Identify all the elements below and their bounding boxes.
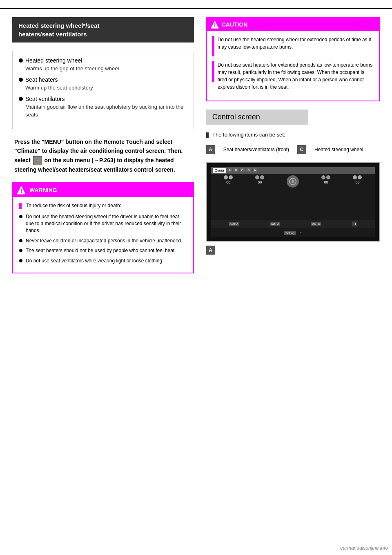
warning-item-4: Do not use seat ventilators while wearin… (19, 257, 187, 264)
warning-text-2: Never leave children or incapacitated pe… (26, 237, 183, 244)
caution-label: CAUTION (222, 21, 248, 28)
icon-row-1 (224, 175, 233, 179)
feature-item-3: Seat ventilators Maintain good air flow … (19, 96, 187, 118)
screen-label-b1: B (234, 168, 238, 172)
bullet-dot-1 (19, 58, 23, 63)
label-c-desc: Heated steering wheel (314, 147, 363, 152)
caution-header: ! CAUTION (207, 18, 379, 31)
auto-btn-mid: AUTO (270, 222, 280, 226)
page-container: Heated steering wheel*/seat heaters/seat… (0, 0, 392, 555)
climate-tab: Clima (213, 168, 226, 173)
bullet-dot-2 (19, 78, 23, 82)
warning-item-2: Never leave children or incapacitated pe… (19, 237, 187, 244)
feature-desc-2: Warm up the seat upholstery (25, 84, 187, 92)
warning-box-left: ! WARNING To reduce the risk of serious … (12, 182, 194, 273)
desc-bar-icon (206, 132, 209, 138)
sc-icon-8 (358, 175, 362, 179)
feature-desc-3: Maintain good air flow on the seat uphol… (25, 103, 187, 118)
warning-item-1: Do not use the heated steering wheel if … (19, 213, 187, 234)
feature-name-2: Seat heaters (25, 76, 58, 83)
climate-header-row: Clima A B C B A (211, 167, 375, 174)
icon-row-4 (353, 175, 362, 179)
sc-icon-3 (255, 175, 259, 179)
label-c: C (297, 145, 306, 154)
icon-row-3 (321, 175, 330, 179)
screen-label-a2: A (253, 168, 257, 172)
warning-intro-text: To reduce the risk of serious injury or … (19, 202, 187, 209)
main-content: Heated steering wheel*/seat heaters/seat… (0, 17, 392, 282)
caution-section-2: Do not use seat heaters for extended per… (212, 61, 374, 91)
caution-triangle-icon: ! (210, 20, 219, 29)
feature-item-1: Heated steering wheel Warms up the grip … (19, 57, 187, 72)
screen-col-right: 00 (353, 175, 362, 219)
label-a: A (206, 145, 215, 154)
screen-label-c1: C (240, 168, 245, 172)
svg-point-5 (292, 180, 294, 183)
setting-row: Setting E (211, 228, 375, 237)
ac-labels-row: A Seat heaters/ventilators (front) C Hea… (206, 145, 380, 154)
watermark-text: carmanualsonline.info (340, 545, 388, 551)
sc-num-3: 00 (324, 180, 328, 184)
screen-image-inner: Clima A B C B A (211, 167, 375, 237)
screen-bottom-row: AUTO AUTO AUTO D (211, 220, 375, 228)
screen-label-a1: A (227, 168, 232, 172)
sc-icon-5 (321, 175, 325, 179)
warning-bullet-3 (19, 249, 22, 252)
caution-pink-bar-2 (212, 61, 214, 82)
feature-title-3: Seat ventilators (19, 96, 187, 102)
sc-icon-7 (353, 175, 357, 179)
feature-title-1: Heated steering wheel (19, 57, 187, 64)
steering-wheel-icon (287, 175, 299, 188)
sc-icon-2 (229, 175, 233, 179)
feature-desc-1: Warms up the grip of the steering wheel (25, 65, 187, 72)
sc-num-2: 00 (258, 180, 262, 184)
svg-text:!: ! (20, 188, 22, 194)
warning-bullet-4 (19, 259, 22, 262)
icon-row-2 (255, 175, 264, 179)
screen-col-midleft: 00 (255, 175, 264, 219)
feature-name-3: Seat ventilators (25, 96, 65, 102)
left-column: Heated steering wheel*/seat heaters/seat… (12, 17, 202, 282)
sc-icon-4 (260, 175, 264, 179)
section-heading: Heated steering wheel*/seat heaters/seat… (12, 17, 194, 43)
caution-text-2: Do not use seat heaters for extended per… (218, 61, 374, 91)
section-heading-line2: heaters/seat ventilators (18, 31, 87, 38)
warning-bullet-2 (19, 239, 22, 242)
top-rule (0, 8, 392, 9)
caution-pink-bar-1 (212, 36, 214, 56)
caution-text-1: Do not use the heated steering wheel for… (218, 36, 374, 56)
sc-icon-1 (224, 175, 228, 179)
warning-header-left: ! WARNING (13, 183, 193, 197)
label-a-desc: Seat heaters/ventilators (front) (223, 147, 289, 152)
warning-label-left: WARNING (29, 187, 57, 193)
control-screen-desc: The following items can be set: (206, 131, 380, 139)
screen-image-area: Clima A B C B A (206, 162, 380, 242)
warning-triangle-icon-left: ! (16, 185, 26, 195)
caution-box-top: ! CAUTION Do not use the heated steering… (206, 17, 380, 101)
warning-text-1: Do not use the heated steering wheel if … (26, 213, 187, 234)
bullet-dot-3 (19, 97, 23, 101)
feature-item-2: Seat heaters Warm up the seat upholstery (19, 76, 187, 92)
feature-list-box: Heated steering wheel Warms up the grip … (12, 51, 194, 129)
instructions-paragraph: Press the "MENU" button on the Remote To… (12, 137, 194, 174)
feature-title-2: Seat heaters (19, 76, 187, 83)
warning-text-4: Do not use seat ventilators while wearin… (26, 257, 164, 264)
auto-btn-right: AUTO (311, 222, 321, 226)
screen-col-midright: 00 (321, 175, 330, 219)
control-screen-label: Control screen (206, 110, 308, 125)
sc-num-4: 00 (355, 180, 359, 184)
screen-controls-row: 00 00 (211, 174, 375, 220)
screen-col-left: 00 (224, 175, 233, 219)
svg-text:!: ! (214, 22, 216, 28)
warning-pink-bar-1 (19, 203, 22, 209)
screen-col-center (287, 175, 299, 219)
setting-button: Setting (284, 231, 296, 235)
auto-btn-left: AUTO (229, 222, 239, 226)
warning-item-3: The seat heaters should not be used by p… (19, 247, 187, 254)
d-label: D (352, 222, 358, 226)
e-label: E (300, 231, 302, 235)
feature-name-1: Heated steering wheel (25, 57, 82, 64)
caution-section-1: Do not use the heated steering wheel for… (212, 36, 374, 56)
seat-icon: 🪑 (33, 156, 42, 165)
sc-icon-6 (326, 175, 330, 179)
